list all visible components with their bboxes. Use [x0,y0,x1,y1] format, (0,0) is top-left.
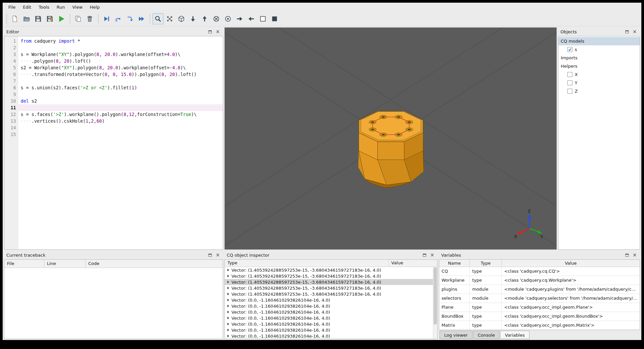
tree-item-helpers[interactable]: Helpers [558,62,640,70]
view-back-button[interactable] [222,13,233,24]
toolbar-handle[interactable] [5,14,8,24]
zoom-fit-button[interactable] [153,13,163,24]
menu-view[interactable]: View [69,3,86,11]
new-file-button[interactable] [9,13,20,24]
fit-all-button[interactable] [164,13,175,24]
code-line-6[interactable]: ····.transformed(rotate=Vector(0, 0, 15.… [18,71,223,78]
inspector-row[interactable]: Vector: (1.4053924288597253e-15, -3.6804… [225,273,433,279]
expander-icon[interactable] [227,275,229,277]
code-line-12[interactable]: s = s.faces('>Z').workplane().polygon(8,… [18,111,223,118]
inspector-row[interactable]: Vector: (1.4053924288597253e-15, -3.6804… [225,279,433,285]
menu-file[interactable]: File [5,3,19,11]
view-front-button[interactable] [211,13,222,24]
expander-icon[interactable] [227,293,229,295]
inspector-row[interactable]: Vector: (1.4053924288597253e-15, -3.6804… [225,285,433,291]
checkbox-z[interactable] [567,89,572,94]
inspector-col-type[interactable]: Type [225,260,389,267]
expander-icon[interactable] [227,281,229,283]
expander-icon[interactable] [227,329,229,331]
viewport-3d[interactable]: Z X Y [224,27,557,250]
variables-col-name[interactable]: Name [439,260,470,267]
code-line-14[interactable] [18,124,223,131]
checkbox-s[interactable] [567,47,572,52]
delete-button[interactable] [84,13,95,24]
menu-run[interactable]: Run [53,3,69,11]
expander-icon[interactable] [227,269,229,271]
variables-row[interactable]: Matrixtype<class 'cadquery.occ_impl.geom… [439,321,640,330]
checkbox-x[interactable] [567,72,572,77]
render-button[interactable] [56,13,67,24]
traceback-close-button[interactable]: × [215,252,221,258]
expander-icon[interactable] [227,311,229,313]
step-into-button[interactable] [124,13,135,24]
expander-icon[interactable] [227,305,229,307]
inspector-scrollbar[interactable] [433,267,437,339]
expander-icon[interactable] [227,323,229,325]
inspector-row[interactable]: Vector: (0.0, -1.1604610293826104e-16, 4… [225,327,433,333]
view-bottom-button[interactable] [187,13,198,24]
tree-item-x[interactable]: X [558,70,640,79]
code-line-2[interactable] [18,44,223,51]
inspector-row[interactable]: Vector: (0.0, -1.1604610293826104e-16, 4… [225,309,433,315]
objects-float-button[interactable] [624,29,630,35]
tab-console[interactable]: Console [473,331,500,339]
traceback-col-file[interactable]: File [4,260,44,268]
tree-item-cq-models[interactable]: CQ models [558,37,640,45]
inspector-row[interactable]: Vector: (0.0, -1.1604610293826104e-16, 4… [225,297,433,303]
variables-row[interactable]: CQtype<class 'cadquery.cq.CQ'> [439,267,640,276]
code-line-3[interactable]: s = Workplane("XY").polygon(8, 20.0).wor… [18,51,223,58]
variables-row[interactable]: selectorsmodule<module 'cadquery.selecto… [439,294,640,303]
code-line-15[interactable] [18,131,223,138]
toolbar-handle[interactable] [69,14,71,24]
expander-icon[interactable] [227,287,229,289]
tree-item-y[interactable]: Y [558,79,640,87]
variables-float-button[interactable] [624,252,630,258]
code-line-11[interactable] [18,104,223,111]
code-line-7[interactable] [18,78,223,84]
view-top-button[interactable] [199,13,210,24]
inspector-row[interactable]: Vector: (0.0, -1.1604610293826104e-16, 4… [225,315,433,321]
expander-icon[interactable] [227,299,229,301]
debug-button[interactable] [101,13,112,24]
expander-icon[interactable] [227,335,229,337]
variables-row[interactable]: pluginsmodule<module 'cadquery.plugins' … [439,285,640,294]
inspector-col-value[interactable]: Value [389,260,437,267]
variables-row[interactable]: BoundBoxtype<class 'cadquery.occ_impl.ge… [439,312,640,321]
traceback-float-button[interactable] [207,252,213,258]
code-line-10[interactable]: del s2 [18,98,223,104]
variables-row[interactable]: Workplanetype<class 'cadquery.cq.Workpla… [439,276,640,285]
code-line-9[interactable] [18,91,223,98]
editor-body[interactable]: 123456789101112131415 from cadquery impo… [4,36,223,250]
scrollbar-thumb[interactable] [434,267,437,325]
step-button[interactable] [113,13,124,24]
wireframe-button[interactable] [257,13,268,24]
copy-button[interactable] [73,13,84,24]
variables-close-button[interactable]: × [632,252,638,258]
view-left-button[interactable] [246,13,257,24]
code-line-13[interactable]: ····.vertices().cskHole(1,2,60) [18,118,223,124]
inspector-row[interactable]: Vector: (1.4053924288597253e-15, -3.6804… [225,267,433,273]
inspector-float-button[interactable] [422,252,428,258]
variables-row[interactable]: Planetype<class 'cadquery.occ_impl.geom.… [439,303,640,312]
code-line-8[interactable]: s = s.union(s2).faces('>Z or <Z').fillet… [18,84,223,91]
inspector-close-button[interactable]: × [429,252,435,258]
objects-close-button[interactable]: × [632,29,638,35]
inspector-row[interactable]: Vector: (0.0, -1.1604610293826104e-16, 4… [225,333,433,339]
code-line-5[interactable]: s2 = Workplane("XY").polygon(8, 20.0).wo… [18,64,223,71]
menu-tools[interactable]: Tools [35,3,53,11]
tree-item-z[interactable]: Z [558,87,640,95]
save-button[interactable] [33,13,44,24]
tree-item-imports[interactable]: Imports [558,54,640,62]
editor-close-button[interactable]: × [215,29,221,35]
variables-col-type[interactable]: Type [470,260,502,267]
inspector-row[interactable]: Vector: (0.0, -1.1604610293826104e-16, 4… [225,303,433,309]
editor-float-button[interactable] [207,29,213,35]
inspector-row[interactable]: Vector: (0.0, -1.1604610293826104e-16, 4… [225,321,433,327]
checkbox-y[interactable] [567,80,572,85]
menu-edit[interactable]: Edit [19,3,35,11]
editor-code[interactable]: from cadquery import *s = Workplane("XY"… [18,36,223,249]
code-editor[interactable]: 123456789101112131415 from cadquery impo… [4,36,223,249]
menu-help[interactable]: Help [86,3,104,11]
tab-log-viewer[interactable]: Log viewer [440,331,473,339]
view-right-button[interactable] [234,13,245,24]
